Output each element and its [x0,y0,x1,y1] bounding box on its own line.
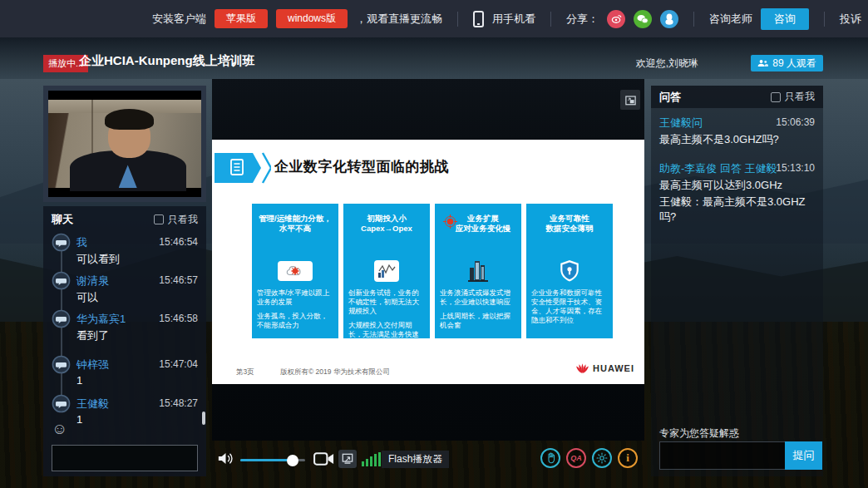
live-classroom-page: 安装客户端 苹果版 windows版 ，观看直播更流畅 用手机看 分享： 咨询老… [0,0,868,488]
qa-time: 15:06:39 [776,116,815,128]
viewers-icon [757,59,768,67]
checkbox-icon[interactable] [771,92,781,102]
viewer-count-text: 89 人观看 [772,57,816,71]
slide-page-number: 第3页 [236,367,254,377]
ask-question-button[interactable]: 提问 [785,441,822,470]
card-title: 管理/运维能力分散，水平不高 [257,214,333,234]
challenge-cards: 管理/运维能力分散，水平不高 管理效率/水平难以跟上业务的发展 业务孤岛，投入分… [252,204,613,338]
chat-input[interactable] [52,445,198,471]
card-expansion: 业务扩展 应对业务变化慢 业务浪涌式或爆发式增长，企业难以快速响应 上线周期长，… [435,204,521,338]
card-management: 管理/运维能力分散，水平不高 管理效率/水平难以跟上业务的发展 业务孤岛，投入分… [252,204,338,338]
card-text: 上线周期长，难以把握机会窗 [440,312,516,330]
qa-text: 王健毅：最高主频不是3.0GHZ吗? [659,195,816,224]
chat-sender: 谢清泉 [76,274,109,288]
buildings-icon [435,259,521,283]
phone-icon [473,11,484,27]
chat-time: 15:47:04 [159,358,198,370]
divider [457,12,458,27]
flash-player-toggle[interactable]: Flash播放器 [382,451,449,468]
qa-text: 最高主频不是3.0GHZ吗? [659,132,816,147]
doc-icon [215,151,271,188]
card-capex-opex: 初期投入小 Capex→Opex 创新业务试错，业务的不确定性，初期无法大规模投… [343,204,430,338]
card-text: 大规模投入交付周期长，无法满足业务快速变化的需要 [348,321,425,348]
volume-fill [240,459,292,461]
qa-button[interactable]: QA [566,448,586,468]
divider [693,12,694,27]
chat-bubble-avatar-icon [52,355,71,377]
presenter-webcam [43,86,206,202]
chat-sender: 华为嘉宾1 [76,312,126,327]
chat-text: 1 [76,374,82,387]
chat-header: 聊天 [52,212,73,227]
divider [550,12,551,27]
apple-version-button[interactable]: 苹果版 [215,9,268,28]
player-controls: Flash播放器 QA i [212,446,644,479]
share-label: 分享： [566,12,599,27]
screen-share-icon[interactable] [338,450,357,468]
consult-button[interactable]: 咨询 [761,8,809,30]
chat-sender: 我 [76,235,87,250]
wechat-icon[interactable] [634,10,652,28]
chat-text: 可以看到 [76,252,120,267]
question-input[interactable] [659,441,786,470]
huawei-brand-text: HUAWEI [593,363,634,373]
card-text: 企业业务和数据可靠性安全性受限于技术、资金、人才等因素，存在隐患和不到位 [531,288,608,325]
install-client-label: 安装客户端 [152,12,206,27]
ask-expert-label: 专家为您答疑解惑 [659,426,739,441]
chat-bubble-avatar-icon [52,271,71,293]
qa-only-me-toggle[interactable]: 只看我 [771,90,815,104]
card-text: 业务孤岛，投入分散，不能形成合力 [257,312,333,330]
slide-title: 企业数字化转型面临的挑战 [274,157,449,176]
expand-icon[interactable] [620,90,640,110]
chat-bubble-avatar-icon [52,233,71,255]
camera-icon[interactable] [313,452,334,469]
chat-time: 15:46:57 [159,274,198,286]
viewer-count-badge: 89 人观看 [751,55,823,71]
only-me-label: 只看我 [785,90,815,104]
card-title: 初期投入小 Capex→Opex [348,214,425,234]
slide: 企业数字化转型面临的挑战 管理/运维能力分散，水平不高 管理效率/水平难以跟上业… [212,140,644,384]
qa-header: 问答 [659,90,681,105]
card-title: 业务可靠性 数据安全薄弱 [531,214,608,234]
webcam-video [48,91,201,197]
presentation-player: 企业数字化转型面临的挑战 管理/运维能力分散，水平不高 管理效率/水平难以跟上业… [212,79,644,441]
complaint-link[interactable]: 投诉 [840,12,861,27]
chat-text: 1 [76,413,82,426]
top-bar: 安装客户端 苹果版 windows版 ，观看直播更流畅 用手机看 分享： 咨询老… [0,0,868,37]
volume-slider[interactable] [240,459,305,461]
welcome-user-label: 欢迎您,刘晓琳 [636,57,698,71]
qa-asker: 王健毅问 [659,116,703,131]
card-text: 创新业务试错，业务的不确定性，初期无法大规模投入 [348,288,425,316]
huawei-logo: HUAWEI [575,362,634,374]
slide-footer: 第3页 版权所有© 2019 华为技术有限公司 HUAWEI [212,366,644,379]
chat-sender: 王健毅 [76,397,109,412]
windows-version-button[interactable]: windows版 [276,9,348,28]
qq-icon[interactable] [660,10,678,28]
volume-thumb[interactable] [287,455,298,466]
card-reliability: 业务可靠性 数据安全薄弱 企业业务和数据可靠性安全性受限于技术、资金、人才等因素… [526,204,613,338]
chat-scrollbar[interactable] [202,412,205,425]
info-icon[interactable]: i [618,448,638,468]
checkbox-icon[interactable] [154,214,164,224]
watch-on-mobile-link[interactable]: 用手机看 [492,12,535,27]
shield-icon [526,259,613,283]
signal-icon [362,452,381,466]
chat-time: 15:48:27 [159,397,198,409]
chat-only-me-toggle[interactable]: 只看我 [154,213,198,227]
slide-copyright: 版权所有© 2019 华为技术有限公司 [280,367,390,377]
chat-panel: 聊天 只看我 我 15:46:54 可以看到 谢清泉 15:46:57 可以 华… [43,206,206,476]
qa-text: 最高主频可以达到3.0GHz [659,178,816,193]
crosshair-icon [443,214,457,232]
smooth-watch-label: ，观看直播更流畅 [356,12,442,27]
weibo-icon[interactable] [607,10,625,28]
chart-icon [343,259,430,283]
emoji-icon[interactable]: ☺ [52,421,68,437]
qa-answerer: 助教-李嘉俊 回答 王健毅 [659,161,777,176]
only-me-label: 只看我 [168,213,198,227]
speaker-icon[interactable] [217,451,234,470]
settings-icon[interactable] [592,448,612,468]
consult-teacher-label: 咨询老师 [709,12,752,27]
raise-hand-icon[interactable] [540,448,560,468]
chat-sender: 钟梓强 [76,357,109,372]
card-text: 业务浪涌式或爆发式增长，企业难以快速响应 [440,288,516,307]
